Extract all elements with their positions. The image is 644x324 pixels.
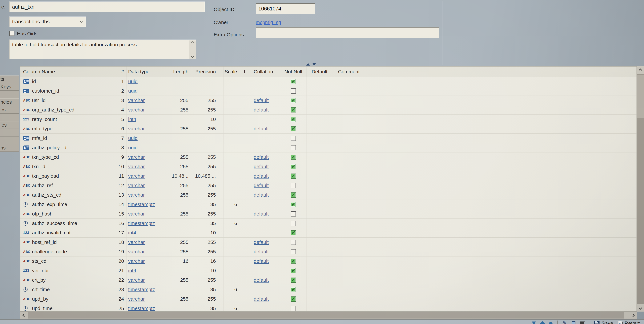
- side-tab-item-5[interactable]: [0, 114, 18, 121]
- not-null-checkbox[interactable]: [291, 249, 296, 254]
- column-header-comment[interactable]: Comment: [332, 66, 364, 77]
- not-null-checkbox[interactable]: [291, 306, 296, 311]
- side-tab-ns[interactable]: ns: [0, 144, 18, 152]
- not-null-checkbox[interactable]: ✔: [291, 287, 296, 292]
- not-null-checkbox[interactable]: [291, 211, 296, 217]
- side-tab-ts[interactable]: ts: [0, 75, 18, 83]
- move-up-icon[interactable]: [306, 63, 310, 65]
- data-type-link[interactable]: varchar: [128, 239, 145, 245]
- collation-default-link[interactable]: default: [254, 154, 268, 160]
- column-header-scale[interactable]: Scale: [224, 66, 242, 77]
- collation-default-link[interactable]: default: [254, 183, 268, 188]
- not-null-checkbox[interactable]: [291, 136, 296, 141]
- column-icon[interactable]: [572, 321, 576, 324]
- not-null-checkbox[interactable]: ✔: [291, 230, 296, 235]
- column-name-cell[interactable]: ABCcrt_by: [20, 275, 117, 285]
- data-type-link[interactable]: timestamptz: [128, 306, 155, 311]
- collation-default-link[interactable]: default: [254, 173, 268, 179]
- collation-default-link[interactable]: default: [254, 249, 268, 255]
- column-header-not-null[interactable]: Not Null: [280, 66, 307, 77]
- revert-button[interactable]: Revert: [618, 321, 640, 324]
- data-type-link[interactable]: timestamptz: [128, 202, 155, 207]
- column-header-precision[interactable]: Precision: [193, 66, 224, 77]
- column-name-cell[interactable]: ABCauthz_sts_cd: [20, 190, 117, 200]
- data-type-link[interactable]: varchar: [128, 258, 145, 264]
- not-null-checkbox[interactable]: ✔: [291, 268, 296, 273]
- data-type-link[interactable]: uuid: [128, 135, 138, 141]
- collation-default-link[interactable]: default: [254, 192, 268, 198]
- column-name-cell[interactable]: ABCupd_by: [20, 294, 117, 304]
- table-row[interactable]: ABCchallenge_code19varchar255255default: [20, 247, 636, 257]
- table-row[interactable]: 123authz_invalid_cnt17int410✔: [20, 228, 636, 238]
- table-row[interactable]: ABCsts_cd20varchar1616default✔: [20, 257, 636, 266]
- column-name-cell[interactable]: mfa_id: [20, 134, 117, 143]
- table-row[interactable]: authz_policy_id8uuid: [20, 143, 636, 152]
- not-null-checkbox[interactable]: ✔: [291, 202, 296, 207]
- data-type-link[interactable]: varchar: [128, 183, 145, 188]
- table-row[interactable]: 123ver_nbr21int410✔: [20, 266, 636, 275]
- column-name-cell[interactable]: ABCotp_hash: [20, 209, 117, 219]
- table-row[interactable]: ABCtxn_payload11varchar10,48...10,485,..…: [20, 171, 636, 181]
- column-name-cell[interactable]: customer_id: [20, 86, 117, 96]
- object-id-input[interactable]: [256, 3, 315, 14]
- not-null-checkbox[interactable]: ✔: [291, 164, 296, 169]
- scroll-down-icon[interactable]: [191, 55, 194, 58]
- table-description-input[interactable]: table to hold transaction details for au…: [9, 40, 196, 59]
- table-row[interactable]: ABChost_ref_id18varchar255255default: [20, 238, 636, 247]
- data-type-link[interactable]: uuid: [128, 79, 138, 84]
- vertical-scrollbar[interactable]: [637, 66, 644, 312]
- collation-default-link[interactable]: default: [254, 258, 268, 264]
- data-type-link[interactable]: varchar: [128, 154, 145, 160]
- table-row[interactable]: ABCmfa_type6varchar255255default✔: [20, 124, 636, 134]
- table-row[interactable]: authz_success_time16timestamptz356: [20, 219, 636, 228]
- column-name-cell[interactable]: authz_policy_id: [20, 143, 117, 152]
- column-name-cell[interactable]: ABCorg_authz_type_cd: [20, 105, 117, 114]
- owner-link[interactable]: mcpmig_sg: [256, 19, 281, 25]
- not-null-checkbox[interactable]: ✔: [291, 117, 296, 122]
- column-name-cell[interactable]: ABCauthz_ref: [20, 181, 117, 190]
- table-row[interactable]: ABCcrt_by22varchar255255default✔: [20, 275, 636, 285]
- not-null-checkbox[interactable]: ✔: [291, 297, 296, 302]
- vertical-scrollbar-thumb[interactable]: [637, 75, 644, 118]
- not-null-checkbox[interactable]: ✔: [291, 79, 296, 84]
- collation-default-link[interactable]: default: [254, 296, 268, 302]
- data-type-link[interactable]: int4: [128, 116, 136, 122]
- not-null-checkbox[interactable]: ✔: [291, 259, 296, 264]
- save-button[interactable]: Save: [594, 321, 613, 324]
- column-header-collation[interactable]: Collation: [251, 66, 280, 77]
- side-tab-item-2[interactable]: [0, 91, 18, 98]
- collation-default-link[interactable]: default: [254, 107, 268, 113]
- column-name-cell[interactable]: crt_time: [20, 285, 117, 294]
- side-tab-ncies[interactable]: ncies: [0, 98, 18, 106]
- column-name-cell[interactable]: ABCtxn_type_cd: [20, 152, 117, 162]
- column-name-cell[interactable]: 123retry_count: [20, 115, 117, 124]
- filter-icon[interactable]: [532, 321, 536, 324]
- collation-default-link[interactable]: default: [254, 277, 268, 283]
- table-row[interactable]: 123retry_count5int410✔: [20, 115, 636, 124]
- not-null-checkbox[interactable]: ✔: [291, 126, 296, 131]
- data-type-link[interactable]: int4: [128, 230, 136, 236]
- table-name-input[interactable]: [9, 2, 205, 12]
- horizontal-scrollbar-thumb[interactable]: [28, 312, 624, 319]
- data-type-link[interactable]: varchar: [128, 211, 145, 217]
- not-null-checkbox[interactable]: ✔: [291, 278, 296, 283]
- scroll-up-button[interactable]: [637, 66, 644, 74]
- data-type-link[interactable]: varchar: [128, 173, 145, 179]
- data-type-link[interactable]: varchar: [128, 296, 145, 302]
- column-name-cell[interactable]: authz_exp_time: [20, 200, 117, 209]
- collation-default-link[interactable]: default: [254, 97, 268, 103]
- not-null-checkbox[interactable]: [291, 88, 296, 94]
- column-name-cell[interactable]: ABCchallenge_code: [20, 247, 117, 256]
- column-name-cell[interactable]: ABCsts_cd: [20, 257, 117, 266]
- scroll-left-button[interactable]: [20, 312, 28, 319]
- column-name-cell[interactable]: ABCtxn_id: [20, 162, 117, 171]
- data-type-link[interactable]: timestamptz: [128, 287, 155, 292]
- table-row[interactable]: ABCusr_id3varchar255255default✔: [20, 96, 636, 105]
- side-tab-les[interactable]: les: [0, 121, 18, 129]
- diamond-icon[interactable]: [541, 321, 544, 324]
- data-type-link[interactable]: int4: [128, 268, 136, 273]
- not-null-checkbox[interactable]: [291, 145, 296, 150]
- extra-options-input[interactable]: [256, 27, 439, 38]
- table-row[interactable]: ABCtxn_type_cd9varchar255255default✔: [20, 152, 636, 162]
- tablespace-select[interactable]: transactions_tbs: [9, 16, 86, 27]
